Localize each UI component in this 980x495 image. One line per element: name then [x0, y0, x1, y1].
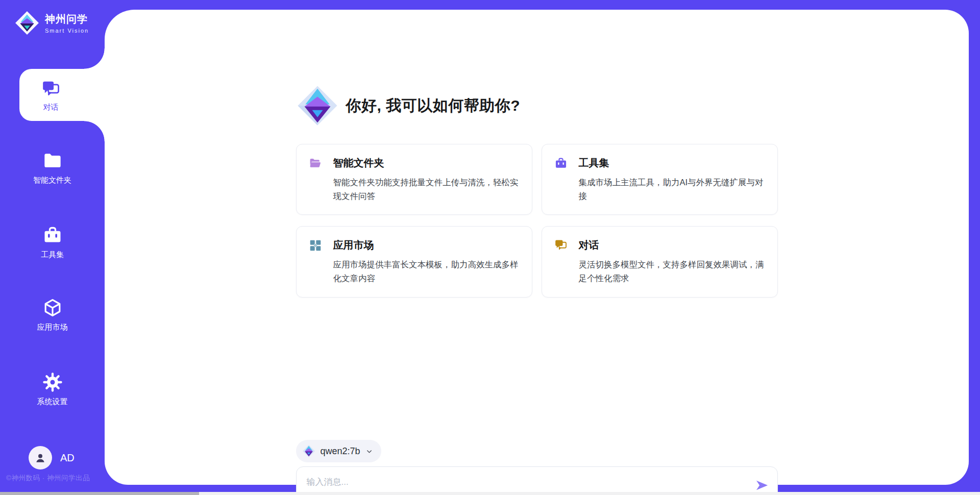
- message-input-box: @ #: [296, 466, 778, 495]
- card-description: 智能文件夹功能支持批量文件上传与清洗，轻松实现文件问答: [333, 176, 520, 203]
- folder-open-icon: [309, 157, 322, 170]
- grid-icon: [309, 239, 322, 252]
- gear-icon: [42, 372, 63, 392]
- card-smart-folder[interactable]: 智能文件夹 智能文件夹功能支持批量文件上传与清洗，轻松实现文件问答: [296, 144, 532, 215]
- sidebar-item-smart-folder[interactable]: 智能文件夹: [0, 151, 105, 185]
- card-description: 灵活切换多模型文件，支持多样回复效果调试，满足个性化需求: [579, 258, 765, 285]
- assistant-logo-icon: [296, 84, 339, 127]
- send-icon: [755, 478, 769, 492]
- chevron-down-icon: [365, 448, 373, 455]
- brand-subtitle: Smart Vision: [45, 28, 89, 34]
- sidebar-item-app-market[interactable]: 应用市场: [0, 298, 105, 332]
- sidebar-item-label: 工具集: [41, 250, 64, 260]
- user-icon: [33, 451, 47, 465]
- message-input[interactable]: [297, 467, 747, 495]
- sidebar-item-label: 应用市场: [37, 323, 68, 332]
- chat-icon: [554, 239, 568, 252]
- folder-icon: [42, 151, 63, 171]
- card-title: 工具集: [579, 156, 609, 170]
- sidebar-item-chat[interactable]: 对话: [19, 69, 105, 121]
- model-selector[interactable]: qwen2:7b: [296, 440, 381, 462]
- horizontal-scrollbar[interactable]: [0, 492, 980, 495]
- model-name: qwen2:7b: [321, 446, 360, 457]
- sidebar: 神州问学 Smart Vision 对话 智能文件夹 工具集: [0, 0, 105, 495]
- brand-title: 神州问学: [45, 12, 89, 26]
- chat-icon: [41, 80, 61, 99]
- brand-diamond-icon: [14, 10, 40, 36]
- sidebar-item-label: 对话: [43, 103, 59, 112]
- brand-logo: 神州问学 Smart Vision: [14, 10, 89, 36]
- model-logo-icon: [302, 444, 315, 458]
- card-title: 应用市场: [333, 238, 374, 252]
- card-app-market[interactable]: 应用市场 应用市场提供丰富长文本模板，助力高效生成多样化文章内容: [296, 226, 532, 297]
- content-area: 你好, 我可以如何帮助你? 智能文件夹 智能文件夹功能支持批量文件上传与清洗，轻…: [105, 10, 969, 485]
- composer: qwen2:7b @: [296, 440, 778, 495]
- feature-cards: 智能文件夹 智能文件夹功能支持批量文件上传与清洗，轻松实现文件问答 工具集 集成…: [296, 144, 778, 298]
- briefcase-icon: [42, 225, 63, 245]
- card-description: 应用市场提供丰富长文本模板，助力高效生成多样化文章内容: [333, 258, 520, 285]
- sidebar-item-label: 系统设置: [37, 397, 68, 407]
- scrollbar-thumb[interactable]: [0, 492, 199, 495]
- card-description: 集成市场上主流工具，助力AI与外界无缝扩展与对接: [579, 176, 765, 203]
- cube-icon: [42, 298, 63, 318]
- sidebar-item-toolset[interactable]: 工具集: [0, 225, 105, 260]
- user-name: AD: [60, 452, 75, 464]
- card-chat[interactable]: 对话 灵活切换多模型文件，支持多样回复效果调试，满足个性化需求: [542, 226, 778, 297]
- card-toolset[interactable]: 工具集 集成市场上主流工具，助力AI与外界无缝扩展与对接: [542, 144, 778, 215]
- card-title: 智能文件夹: [333, 156, 384, 170]
- greeting-title: 你好, 我可以如何帮助你?: [346, 95, 521, 116]
- avatar: [29, 446, 52, 469]
- copyright-text: ©神州数码 · 神州问学出品: [6, 474, 90, 483]
- user-profile[interactable]: AD: [29, 446, 75, 469]
- sidebar-item-settings[interactable]: 系统设置: [0, 372, 105, 407]
- sidebar-item-label: 智能文件夹: [33, 176, 71, 185]
- toolbox-icon: [554, 157, 568, 170]
- card-title: 对话: [579, 238, 599, 252]
- greeting-block: 你好, 我可以如何帮助你?: [296, 84, 778, 127]
- send-button[interactable]: [755, 478, 769, 492]
